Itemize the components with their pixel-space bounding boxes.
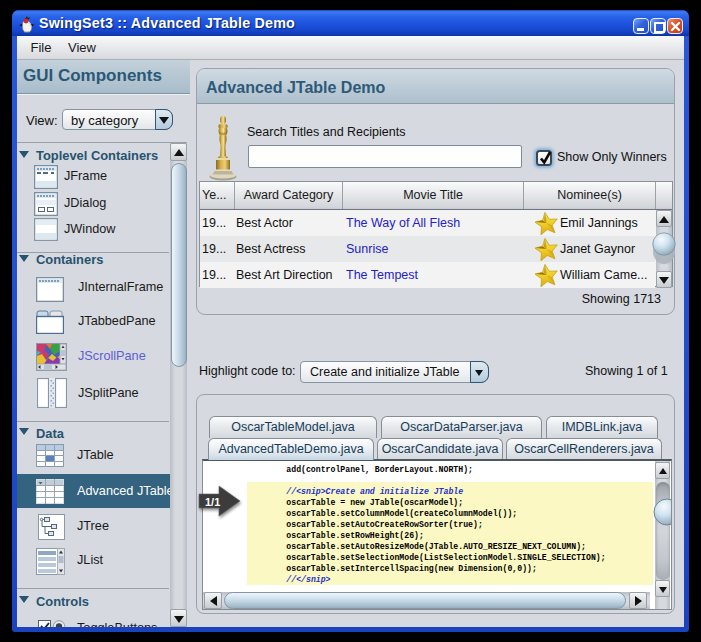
svg-text:1/1: 1/1	[205, 496, 220, 508]
